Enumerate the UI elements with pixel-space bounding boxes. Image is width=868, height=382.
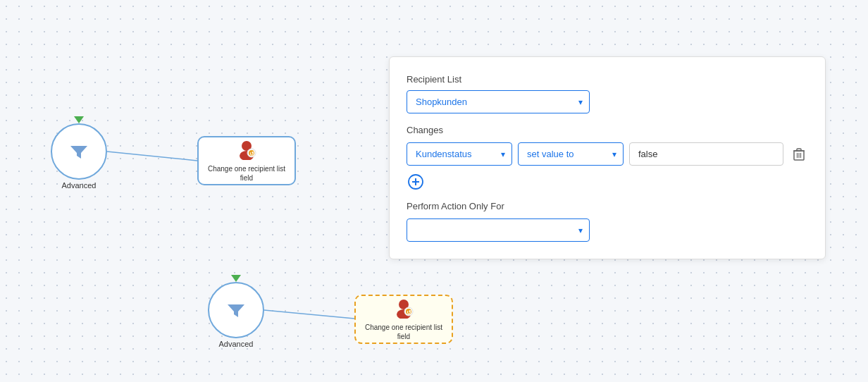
action-label-2: Change one recipient listfield — [365, 323, 442, 341]
change-field-wrapper: Kundenstatus Email Name — [407, 142, 512, 166]
change-field-select[interactable]: Kundenstatus Email Name — [407, 142, 512, 166]
filter-node-1[interactable]: Advanced — [51, 123, 107, 190]
triangle-indicator-1 — [74, 116, 84, 123]
filter-circle-2[interactable] — [208, 282, 264, 338]
change-action-select[interactable]: set value to append clear — [518, 142, 624, 166]
delete-change-button[interactable] — [789, 144, 808, 164]
changes-label: Changes — [407, 125, 808, 135]
change-action-wrapper: set value to append clear — [518, 142, 624, 166]
perform-select[interactable]: All New Existing — [407, 218, 590, 242]
filter-icon-1 — [69, 143, 89, 160]
add-change-button[interactable] — [407, 173, 425, 191]
svg-marker-8 — [228, 304, 244, 317]
action-box-2[interactable]: ↺ Change one recipient listfield — [354, 295, 453, 344]
action-node-2[interactable]: ↺ Change one recipient listfield — [354, 295, 453, 344]
settings-panel: Recipient List Shopkunden Newsletter VIP… — [389, 56, 826, 259]
change-value-input[interactable] — [629, 142, 783, 166]
plus-circle-icon — [408, 174, 423, 190]
filter-node-2[interactable]: Advanced — [208, 282, 264, 348]
filter-label-2: Advanced — [219, 340, 254, 348]
action-node-1[interactable]: ↺ Change one recipient listfield — [197, 136, 296, 185]
perform-wrapper: All New Existing — [407, 218, 590, 242]
triangle-indicator-2 — [231, 275, 241, 282]
action-icon-2: ↺ — [393, 297, 414, 319]
action-label-1: Change one recipient listfield — [208, 164, 285, 183]
trash-icon — [793, 148, 805, 161]
filter-icon-2 — [226, 302, 246, 319]
recipient-list-wrapper: Shopkunden Newsletter VIP — [407, 90, 590, 113]
svg-text:↺: ↺ — [249, 151, 254, 157]
svg-line-1 — [264, 310, 354, 319]
svg-text:↺: ↺ — [407, 309, 411, 316]
perform-label: Perform Action Only For — [407, 201, 808, 211]
svg-rect-16 — [797, 149, 801, 151]
action-box-1[interactable]: ↺ Change one recipient listfield — [197, 136, 296, 185]
svg-marker-2 — [70, 146, 87, 159]
changes-row: Kundenstatus Email Name set value to app… — [407, 142, 808, 166]
recipient-list-select[interactable]: Shopkunden Newsletter VIP — [407, 90, 590, 113]
svg-line-0 — [107, 152, 197, 161]
action-icon-1: ↺ — [236, 139, 257, 160]
recipient-list-label: Recipient List — [407, 74, 808, 85]
filter-circle-1[interactable] — [51, 123, 107, 180]
filter-label-1: Advanced — [62, 181, 97, 190]
